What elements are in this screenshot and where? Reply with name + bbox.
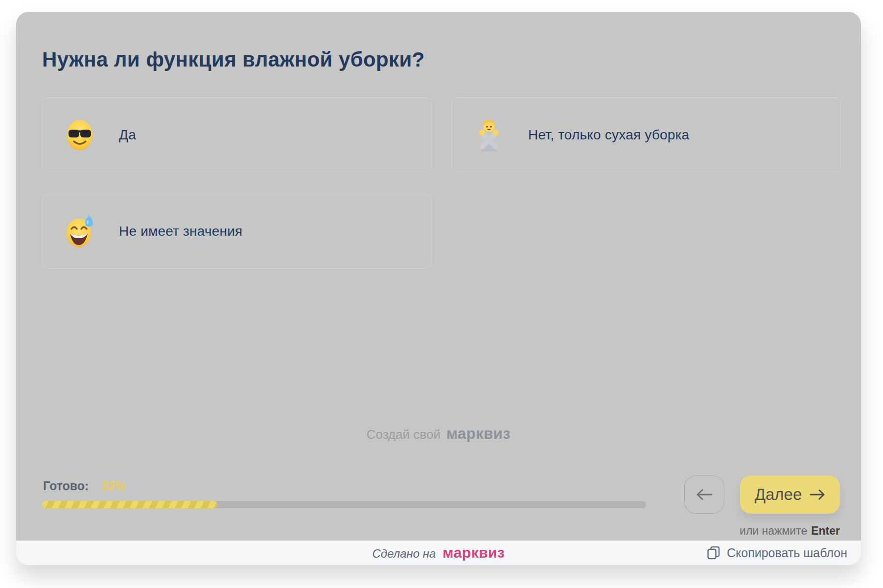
quiz-card: Нужна ли функция влажной уборки? <box>16 12 861 565</box>
copy-template-label: Скопировать шаблон <box>727 546 847 560</box>
back-button[interactable] <box>684 475 724 514</box>
option-doesnt-matter[interactable]: Не имеет значения <box>42 194 432 269</box>
option-label: Да <box>119 127 136 143</box>
option-no-dry-only[interactable]: Нет, только сухая уборка <box>451 97 841 172</box>
next-button[interactable]: Далее <box>740 475 840 514</box>
option-label: Нет, только сухая уборка <box>528 127 689 143</box>
quiz-page: Нужна ли функция влажной уборки? <box>0 0 883 588</box>
watermark-prefix: Создай свой <box>367 427 441 442</box>
quiz-card-body: Нужна ли функция влажной уборки? <box>16 12 861 541</box>
options-grid: Да Нет, только суха <box>42 97 841 269</box>
made-on-marquiz-link[interactable]: Сделано на марквиз <box>372 544 505 561</box>
enter-hint-text: или нажмите <box>740 524 807 537</box>
option-yes[interactable]: Да <box>42 97 432 172</box>
question-title: Нужна ли функция влажной уборки? <box>42 48 425 71</box>
copy-template-button[interactable]: Скопировать шаблон <box>707 546 847 560</box>
progress-percent: 33% <box>101 479 126 493</box>
enter-hint: или нажмитеEnter <box>740 524 840 538</box>
progress-bar <box>42 501 646 508</box>
sunglasses-emoji-icon <box>63 118 96 152</box>
progress-label: Готово:33% <box>43 479 126 493</box>
marquiz-watermark-link[interactable]: Создай своймарквиз <box>16 425 861 443</box>
sweat-smile-emoji-icon <box>63 215 96 248</box>
arrow-right-icon <box>810 489 825 500</box>
next-button-label: Далее <box>755 485 802 504</box>
arrow-left-icon <box>696 488 713 501</box>
option-label: Не имеет значения <box>119 224 242 239</box>
progress-fill <box>42 501 217 508</box>
enter-key-label: Enter <box>811 524 840 537</box>
copy-icon <box>707 546 720 560</box>
progress-done-text: Готово: <box>43 479 89 493</box>
person-gesturing-no-emoji-icon <box>472 118 506 152</box>
watermark-brand: марквиз <box>446 425 511 442</box>
made-on-text: Сделано на <box>372 547 436 561</box>
footer-brand-logo: марквиз <box>442 544 505 561</box>
quiz-footer: Сделано на марквиз Скопировать шаблон <box>16 541 861 565</box>
